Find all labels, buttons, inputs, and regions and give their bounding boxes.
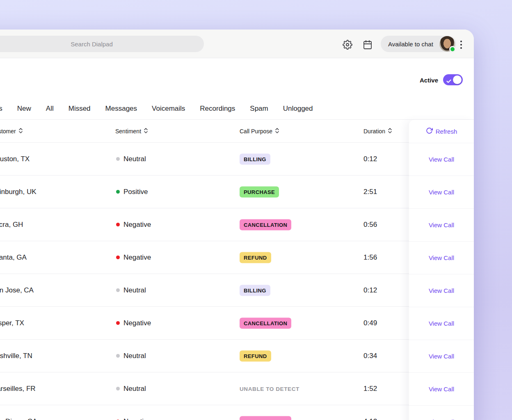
calendar-button[interactable] [363, 40, 373, 50]
call-purpose-cell: REFUND [240, 350, 271, 361]
tab-spam[interactable]: Spam [250, 105, 268, 113]
tab-calls[interactable]: Calls [0, 105, 2, 113]
view-call-link[interactable]: View Call [429, 418, 454, 420]
table-row: Atlanta, GANegativeREFUND1:56 [0, 241, 409, 274]
duration-cell: 2:51 [363, 188, 377, 196]
sentiment-dot-icon [116, 157, 120, 161]
view-call-link[interactable]: View Call [429, 189, 454, 196]
duration-cell: 0:56 [363, 221, 377, 229]
duration-cell: 4:12 [363, 418, 377, 420]
sentiment-dot-icon [116, 387, 120, 390]
sentiment-cell: Neutral [116, 155, 146, 163]
table-row: Jasper, TXNegativeCANCELLATION0:49 [0, 307, 409, 340]
sentiment-cell: Negative [116, 221, 151, 229]
table-row: Nashville, TNNeutralREFUND0:34 [0, 340, 409, 372]
tab-unlogged[interactable]: Unlogged [283, 105, 313, 113]
view-call-link[interactable]: View Call [429, 287, 454, 294]
availability-status-button[interactable]: Available to chat [381, 36, 456, 52]
view-call-link[interactable]: View Call [429, 353, 454, 360]
refresh-button[interactable]: Refresh [409, 120, 474, 143]
sentiment-cell: Positive [116, 188, 148, 196]
sentiment-cell: Negative [116, 253, 151, 262]
action-cell: View Call [409, 176, 474, 208]
action-cell: View Call [409, 274, 474, 307]
column-header-call-purpose[interactable]: Call Purpose [240, 128, 279, 135]
tab-voicemails[interactable]: Voicemails [152, 105, 185, 113]
view-call-link[interactable]: View Call [429, 320, 454, 327]
avatar [439, 36, 455, 52]
search-input[interactable]: Search Dialpad [0, 36, 204, 52]
calendar-icon [363, 40, 373, 50]
toggle-knob [453, 75, 462, 84]
call-purpose-cell: UNABLE TO DETECT [240, 385, 299, 393]
action-cell: View Call [409, 208, 474, 241]
call-purpose-badge: BILLING [240, 153, 270, 164]
view-call-link[interactable]: View Call [429, 221, 454, 228]
call-purpose-cell: CANCELLATION [240, 416, 291, 420]
view-call-link[interactable]: View Call [429, 156, 454, 163]
sentiment-label: Negative [123, 418, 151, 420]
desktop-background: Search Dialpad [0, 0, 512, 420]
customer-cell: San Jose, CA [0, 286, 34, 294]
call-purpose-badge: REFUND [240, 350, 271, 361]
table-row: San Diego, CANegativeCANCELLATION4:12 [0, 405, 409, 420]
tab-all[interactable]: All [46, 105, 54, 113]
customer-cell: Accra, GH [0, 221, 23, 229]
sentiment-dot-icon [116, 321, 120, 325]
call-purpose-badge: REFUND [240, 252, 271, 263]
call-purpose-badge: BILLING [240, 285, 270, 296]
sort-icon [19, 128, 23, 135]
call-purpose-badge: PURCHASE [240, 186, 279, 197]
sort-icon [388, 128, 392, 135]
sentiment-cell: Neutral [116, 286, 146, 294]
tab-recordings[interactable]: Recordings [200, 105, 235, 113]
sentiment-label: Neutral [123, 286, 146, 294]
action-cell: View Call [409, 143, 474, 176]
pinned-action-column: Refresh View CallView CallView CallView … [409, 120, 474, 420]
column-header-customer[interactable]: Customer [0, 128, 23, 135]
column-header-label: Customer [0, 128, 16, 135]
duration-cell: 1:56 [363, 253, 377, 262]
check-icon [446, 78, 451, 85]
sentiment-dot-icon [116, 190, 120, 194]
refresh-icon [426, 127, 433, 135]
action-cell: View Call [409, 241, 474, 274]
sentiment-dot-icon [116, 256, 120, 259]
duration-cell: 0:34 [363, 352, 377, 360]
duration-cell: 0:49 [363, 319, 377, 327]
column-header-sentiment[interactable]: Sentiment [115, 128, 148, 135]
call-purpose-badge: CANCELLATION [240, 219, 291, 230]
call-filter-tabs: CallsNewAllMissedMessagesVoicemailsRecor… [0, 105, 313, 113]
table-row: Accra, GHNegativeCANCELLATION0:56 [0, 208, 409, 241]
tab-messages[interactable]: Messages [105, 105, 137, 113]
customer-cell: Nashville, TN [0, 352, 32, 360]
column-header-label: Call Purpose [240, 128, 272, 135]
column-header-label: Duration [363, 128, 385, 135]
call-purpose-badge: UNABLE TO DETECT [240, 386, 299, 392]
tab-missed[interactable]: Missed [69, 105, 91, 113]
view-call-link[interactable]: View Call [429, 386, 454, 393]
call-purpose-cell: PURCHASE [240, 186, 279, 197]
sort-icon [144, 128, 148, 135]
view-call-link[interactable]: View Call [429, 254, 454, 261]
duration-cell: 0:12 [363, 286, 377, 294]
sentiment-cell: Negative [116, 319, 151, 327]
tab-new[interactable]: New [17, 105, 31, 113]
call-purpose-cell: REFUND [240, 252, 271, 263]
dialpad-app-window: Search Dialpad [0, 30, 474, 420]
sentiment-label: Neutral [123, 385, 146, 393]
duration-cell: 0:12 [363, 155, 377, 163]
active-toggle[interactable] [443, 74, 463, 85]
search-placeholder: Search Dialpad [71, 41, 113, 48]
column-header-duration[interactable]: Duration [363, 128, 392, 135]
settings-button[interactable] [343, 40, 352, 50]
call-purpose-cell: BILLING [240, 153, 270, 164]
gear-icon [343, 40, 352, 50]
call-purpose-cell: CANCELLATION [240, 317, 291, 329]
action-cell: View Call [409, 372, 474, 405]
tabs-divider [0, 119, 474, 120]
overflow-menu-button[interactable] [458, 40, 464, 50]
customer-cell: Edinburgh, UK [0, 188, 37, 196]
action-cell: View Call [409, 405, 474, 420]
app-header: Search Dialpad [0, 30, 474, 58]
